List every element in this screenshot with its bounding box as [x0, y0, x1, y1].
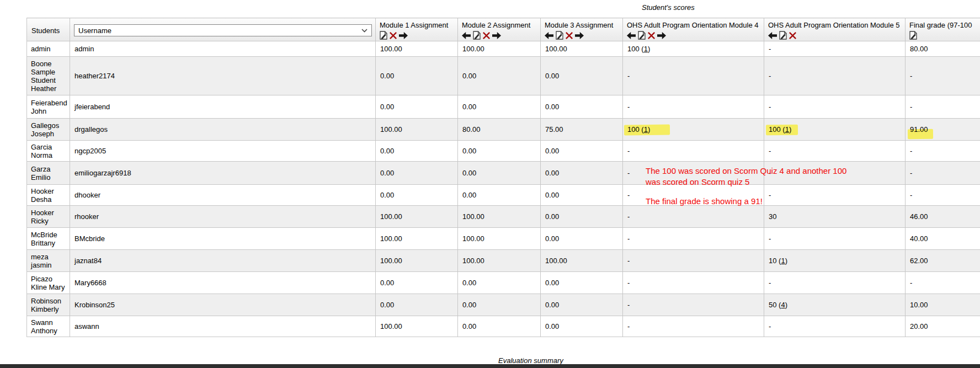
arrow-left-icon[interactable] — [627, 32, 636, 39]
highlight-mark: 100 (1) — [769, 125, 791, 134]
student-name-cell: Swann Anthony — [27, 316, 70, 337]
red-x-icon[interactable] — [390, 32, 397, 39]
evaluation-summary-title: Evaluation summary — [498, 356, 563, 365]
edit-doc-icon[interactable] — [380, 31, 387, 40]
grade-cell: - — [623, 206, 764, 228]
grade-cell: 100.00 — [376, 41, 458, 57]
student-name-cell: Boone Sample Student Heather — [27, 57, 70, 95]
grade-cell: 40.00 — [906, 228, 980, 250]
column-action-icons — [380, 31, 455, 40]
username-cell: aswann — [70, 316, 376, 337]
arrow-right-icon[interactable] — [399, 32, 408, 39]
grade-cell: 0.00 — [458, 57, 541, 95]
grade-cell: - — [623, 95, 764, 119]
column-header-2: Module 2 Assignment — [458, 18, 541, 41]
grade-cell: 0.00 — [458, 95, 541, 119]
table-row: Garcia Normangcp20050.000.000.00--- — [27, 141, 980, 162]
grade-cell: 100 (1) — [623, 41, 764, 57]
username-cell: rhooker — [70, 206, 376, 228]
arrow-right-icon[interactable] — [492, 32, 501, 39]
red-x-icon[interactable] — [483, 32, 490, 39]
table-row: adminadmin100.00100.00100.00100 (1)-80.0… — [27, 41, 980, 57]
chevron-down-icon — [361, 29, 368, 33]
grade-cell: 62.00 — [906, 250, 980, 272]
column-header-6: Final grade (97-100 — [906, 18, 980, 41]
edit-doc-icon[interactable] — [779, 31, 787, 40]
edit-doc-icon[interactable] — [556, 31, 563, 40]
student-name-cell: Picazo Kline Mary — [27, 272, 70, 294]
grade-cell: 100.00 — [458, 228, 541, 250]
grade-cell: 100.00 — [458, 250, 541, 272]
grade-cell: 46.00 — [906, 206, 980, 228]
grade-cell: - — [764, 141, 906, 162]
annotation-note-final-grade: The final grade is showing a 91! — [646, 196, 763, 206]
arrow-left-icon[interactable] — [462, 32, 471, 39]
grade-cell: 0.00 — [376, 294, 458, 316]
attempts-link[interactable]: 4 — [781, 301, 785, 309]
grade-cell: 0.00 — [458, 185, 541, 206]
attempts-link[interactable]: 1 — [781, 257, 785, 265]
edit-doc-icon[interactable] — [909, 31, 917, 40]
student-name-cell: admin — [27, 41, 70, 57]
edit-doc-icon[interactable] — [473, 31, 481, 40]
username-select-value: Username — [78, 26, 111, 35]
grade-cell: 91.00 — [906, 119, 980, 141]
student-name-cell: Robinson Kimberly — [27, 294, 70, 316]
column-label: Module 2 Assignment — [462, 21, 538, 29]
grade-cell: 0.00 — [458, 272, 541, 294]
red-x-icon[interactable] — [789, 32, 796, 39]
username-cell: admin — [70, 41, 376, 57]
arrow-right-icon[interactable] — [575, 32, 584, 39]
arrow-left-icon[interactable] — [768, 32, 777, 39]
grade-cell: 0.00 — [541, 162, 623, 185]
grade-cell: 0.00 — [376, 162, 458, 185]
table-row: Hooker Deshadhooker0.000.000.00--- — [27, 185, 980, 206]
table-row: Picazo Kline MaryMary66680.000.000.00--- — [27, 272, 980, 294]
column-action-icons — [462, 31, 538, 40]
student-name-cell: McBride Brittany — [27, 228, 70, 250]
red-x-icon[interactable] — [566, 32, 573, 39]
header-row: Students Username Module 1 AssignmentMod… — [27, 18, 980, 41]
column-label: OHS Adult Program Orientation Module 4 — [627, 21, 761, 29]
edit-doc-icon[interactable] — [638, 31, 646, 40]
grade-cell: 0.00 — [541, 272, 623, 294]
username-select[interactable]: Username — [74, 24, 372, 36]
grade-cell: - — [906, 272, 980, 294]
table-row: Swann Anthonyaswann100.000.000.00--20.00 — [27, 316, 980, 337]
grade-cell: - — [906, 57, 980, 95]
student-name-cell: Feierabend John — [27, 95, 70, 119]
column-label: OHS Adult Program Orientation Module 5 — [768, 21, 903, 29]
grade-cell: 10 (1) — [764, 250, 906, 272]
table-row: Robinson KimberlyKrobinson250.000.000.00… — [27, 294, 980, 316]
column-header-3: Module 3 Assignment — [541, 18, 623, 41]
table-row: Hooker Rickyrhooker100.00100.000.00-3046… — [27, 206, 980, 228]
student-name-cell: Gallegos Joseph — [27, 119, 70, 141]
grade-cell: 0.00 — [458, 316, 541, 337]
grade-cell: 0.00 — [376, 95, 458, 119]
grade-cell: - — [623, 141, 764, 162]
arrow-left-icon[interactable] — [545, 32, 553, 39]
student-name-cell: Garza Emilio — [27, 162, 70, 185]
highlight-mark: 91.00 — [910, 125, 928, 134]
grade-cell: - — [623, 57, 764, 95]
grade-cell: - — [623, 272, 764, 294]
red-x-icon[interactable] — [648, 32, 655, 39]
username-cell: dhooker — [70, 185, 376, 206]
grade-cell: 80.00 — [458, 119, 541, 141]
username-header: Username — [70, 18, 376, 41]
grade-cell: 0.00 — [541, 228, 623, 250]
username-cell: jfeierabend — [70, 95, 376, 119]
grade-cell: 0.00 — [376, 141, 458, 162]
student-name-cell: Hooker Ricky — [27, 206, 70, 228]
grade-cell: - — [623, 316, 764, 337]
username-cell: ngcp2005 — [70, 141, 376, 162]
grade-cell: 0.00 — [376, 272, 458, 294]
username-cell: jaznat84 — [70, 250, 376, 272]
attempts-link[interactable]: 1 — [644, 45, 648, 53]
column-label: Module 3 Assignment — [545, 21, 620, 29]
attempts-link[interactable]: 1 — [644, 125, 648, 134]
attempts-link[interactable]: 1 — [785, 125, 789, 134]
student-name-cell: Hooker Desha — [27, 185, 70, 206]
table-row: Boone Sample Student Heatherheather21740… — [27, 57, 980, 95]
arrow-right-icon[interactable] — [657, 32, 666, 39]
